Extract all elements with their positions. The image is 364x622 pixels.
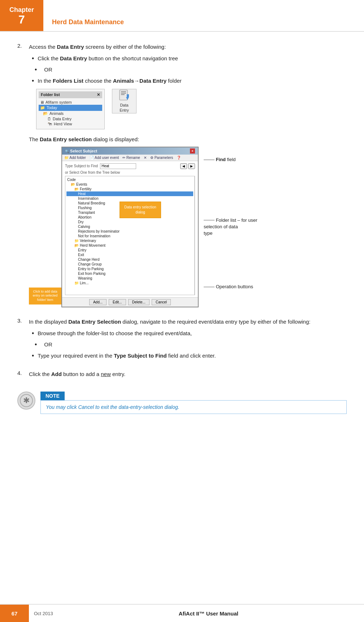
folder-today[interactable]: 📁 Today [39, 105, 102, 111]
folder-area: Folder list ✕ 🖥 Afifarm system 📁 Today [36, 89, 347, 129]
tree-item-lim[interactable]: 📁Lim... [66, 281, 193, 285]
toolbar-rename[interactable]: ✏ Rename [122, 156, 140, 160]
bullet-3-1: Browse through the folder-list to choose… [32, 329, 347, 338]
svg-rect-1 [121, 91, 126, 92]
toolbar-help[interactable]: ❓ [177, 156, 181, 160]
toolbar-add-folder[interactable]: 📁 Add folder [64, 156, 86, 160]
dialog-title-bar: 🔍 Select Subject × [62, 147, 198, 155]
bullet-2-2: In the Folders List choose the Animals→D… [32, 77, 347, 86]
dialog-title: 🔍 Select Subject [65, 149, 97, 153]
chapter-label: Chapter [9, 6, 34, 14]
tree-item-change-herd[interactable]: Change Herd [66, 257, 193, 262]
tree-item-calving[interactable]: Calving [66, 224, 193, 229]
folder-afifarm: 🖥 Afifarm system [39, 100, 102, 105]
note-header: NOTE [40, 392, 65, 400]
chapter-number: 7 [18, 14, 25, 25]
step-3-intro: In the displayed Data Entry Selection di… [29, 318, 347, 326]
folder-data-entry: 🗒 Data Entry [39, 116, 102, 121]
tree-item-heat[interactable]: Heat [66, 191, 193, 196]
bullet-3-or: OR [32, 340, 347, 349]
tree-item-exit-parking[interactable]: Exit from Parking [66, 271, 193, 276]
note-section: ✱ NOTE You may click Cancel to exit the … [17, 392, 347, 414]
tree-item-herd-movement[interactable]: 📂Herd Movement [66, 243, 193, 248]
chapter-title: Herd Data Maintenance [43, 0, 124, 31]
step-3-body: In the displayed Data Entry Selection di… [29, 318, 347, 364]
folder-herd-view: 🐄 Herd View [39, 121, 102, 127]
folder-list-title: Folder list ✕ [39, 91, 102, 98]
tree-item-rejections[interactable]: Rejections by Inseminator [66, 229, 193, 234]
dialog-toolbar: 📁 Add folder 📄 Add user event ✏ Rename ✕… [62, 155, 198, 161]
footer-page-number: 67 [0, 605, 29, 622]
operation-buttons-annotation: Operation buttons [204, 284, 253, 289]
svg-text:✱: ✱ [23, 396, 30, 405]
find-row: Type Subject to Find ◀ ▶ [65, 163, 195, 169]
step-2-intro: Access the Data Entry screens by either … [29, 43, 347, 51]
find-field-label: Find field [216, 157, 236, 162]
delete-button[interactable]: Delete... [128, 299, 150, 305]
tree-item-entry[interactable]: Entry [66, 248, 193, 252]
folder-animals: 📂 Animals [39, 111, 102, 116]
tree-item-veterinary[interactable]: 📁Veterinary [66, 238, 193, 243]
tree-item-dry[interactable]: Dry [66, 220, 193, 224]
svg-rect-5 [127, 94, 129, 97]
bullet-2-1: Click the Data Entry button on the short… [32, 54, 347, 63]
bullet-3-2: Type your required event in the Type Sub… [32, 351, 347, 360]
toolbar-x[interactable]: ✕ [144, 156, 147, 160]
note-content: NOTE You may click Cancel to exit the da… [40, 392, 347, 414]
note-body: You may click Cancel to exit the data-en… [40, 400, 347, 414]
dialog-close-button[interactable]: × [190, 148, 195, 154]
select-tree-text: or Select One from the Tree below [65, 170, 195, 174]
dialog-with-annotations: Click to add data entry on selected fold… [29, 147, 347, 307]
tree-column: Code 📂Events 📂Fertility Heat Inseminatio… [65, 176, 195, 295]
dialog-footer: Add... Edit... Delete... Cancel [62, 297, 198, 307]
dialog-container: Click to add data entry on selected fold… [29, 147, 347, 307]
find-input[interactable] [100, 163, 136, 169]
dialog-caption: The Data Entry selection dialog is displ… [29, 135, 347, 144]
step-2-number: 2. [17, 43, 29, 311]
bullet-3-2-text: Type your required event in the Type Sub… [38, 351, 216, 360]
dialog-screenshot: 🔍 Select Subject × 📁 Add folder 📄 Add us… [61, 147, 199, 307]
page-number: 67 [12, 610, 18, 617]
data-entry-icon-label: DataEntry [120, 103, 129, 113]
svg-rect-2 [121, 93, 126, 94]
page-footer: 67 Oct 2013 AfiAct II™ User Manual [0, 604, 364, 622]
footer-title: AfiAct II™ User Manual [53, 610, 364, 617]
note-icon: ✱ [17, 392, 35, 410]
tree-item-not-for-insem[interactable]: Not for Insemination [66, 234, 193, 238]
step-4-number: 4. [17, 370, 29, 381]
find-field-annotation: Find field [204, 157, 236, 162]
toolbar-params[interactable]: ⚙ Parameters [150, 156, 173, 160]
step-4: 4. Click the Add button to add a new ent… [17, 370, 347, 381]
tree-item-events[interactable]: 📂Events [66, 182, 193, 187]
note-text: You may click Cancel to exit the data-en… [46, 404, 179, 410]
cancel-button[interactable]: Cancel [152, 299, 171, 305]
add-button[interactable]: Add... [89, 299, 107, 305]
tree-item-exit[interactable]: Exit [66, 252, 193, 257]
bullet-2-or-text: OR [44, 65, 52, 74]
edit-button[interactable]: Edit... [109, 299, 126, 305]
toolbar-add-event[interactable]: 📄 Add user event [90, 156, 119, 160]
footer-date: Oct 2013 [29, 611, 53, 616]
operation-buttons-label: Operation buttons [216, 284, 253, 289]
data-entry-icon-button[interactable]: DataEntry [112, 89, 136, 113]
bullet-2-or: OR [32, 65, 347, 74]
tree-item-weaning[interactable]: Weaning [66, 276, 193, 281]
tree-item-entry-parking[interactable]: Entry to Parking [66, 267, 193, 271]
tree-item-fertility[interactable]: 📂Fertility [66, 187, 193, 191]
find-prev-button[interactable]: ◀ [180, 163, 187, 169]
step-3-number: 3. [17, 318, 29, 364]
step-3-bullets: Browse through the folder-list to choose… [29, 329, 347, 361]
step-2-bullets: Click the Data Entry button on the short… [29, 54, 347, 86]
tree-item-change-group[interactable]: Change Group [66, 262, 193, 267]
tree-item-insemination[interactable]: Insemination [66, 196, 193, 201]
find-next-button[interactable]: ▶ [188, 163, 195, 169]
bullet-2-1-text: Click the Data Entry button on the short… [38, 54, 178, 63]
find-buttons: ◀ ▶ [180, 163, 195, 169]
step-4-text: Click the Add button to add a new entry. [29, 370, 347, 379]
step-3: 3. In the displayed Data Entry Selection… [17, 318, 347, 364]
svg-rect-3 [121, 94, 125, 95]
step-4-body: Click the Add button to add a new entry. [29, 370, 347, 381]
bullet-2-2-text: In the Folders List choose the Animals→D… [38, 77, 182, 85]
tree-item-code: Code [66, 177, 193, 182]
data-entry-selection-callout: Data entry selection dialog [120, 202, 161, 218]
